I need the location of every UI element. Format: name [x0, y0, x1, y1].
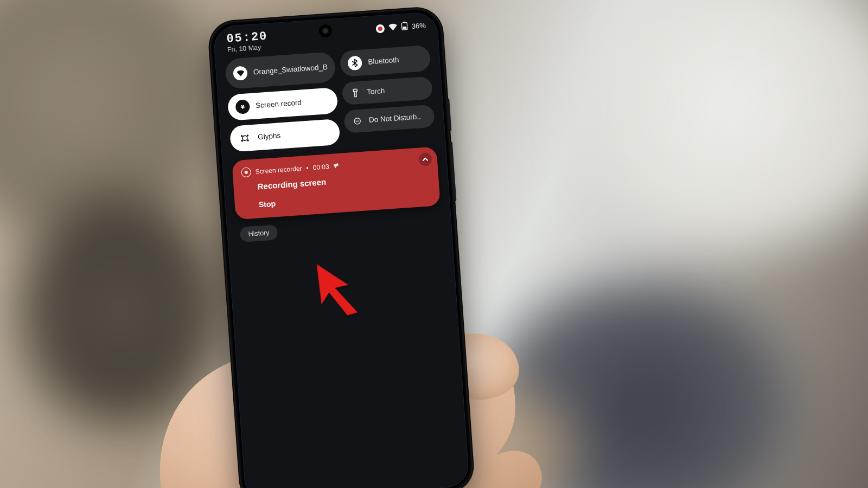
tile-label: Glyphs	[258, 132, 281, 142]
recording-indicator-icon	[375, 24, 385, 33]
tile-label: Torch	[367, 87, 385, 97]
tile-label: Screen record	[256, 99, 302, 110]
dnd-icon	[352, 115, 363, 127]
svg-point-5	[242, 136, 248, 141]
svg-point-4	[242, 106, 244, 107]
glyphs-icon	[237, 131, 252, 146]
phone-frame: 05:20 36% Fri, 10 May	[208, 7, 474, 488]
bluetooth-icon	[348, 55, 363, 70]
stop-button[interactable]: Stop	[258, 199, 276, 209]
battery-icon	[401, 21, 408, 33]
bg-blob	[564, 0, 868, 249]
pinned-icon	[333, 162, 340, 170]
bg-blob	[22, 195, 217, 423]
wifi-tile[interactable]: Orange_Swiatlowod_B	[225, 52, 336, 89]
battery-percentage: 36%	[411, 21, 426, 30]
annotation-cursor-icon	[314, 260, 369, 319]
tile-label: Do Not Disturb..	[368, 112, 421, 124]
dnd-tile[interactable]: Do Not Disturb..	[344, 104, 435, 133]
screen-record-icon	[235, 99, 250, 114]
phone-screen: 05:20 36% Fri, 10 May	[213, 11, 470, 488]
svg-point-8	[241, 140, 242, 142]
bluetooth-tile[interactable]: Bluetooth	[340, 45, 431, 77]
glyphs-tile[interactable]: Glyphs	[229, 119, 341, 152]
history-label: History	[248, 229, 270, 238]
clock: 05:20	[226, 30, 269, 46]
scene-background: 05:20 36% Fri, 10 May	[0, 0, 868, 488]
quick-settings-panel: Orange_Swiatlowod_B Screen record Glyphs	[215, 44, 445, 152]
notification-app-name: Screen recorder	[255, 165, 302, 176]
tile-label: Bluetooth	[368, 56, 399, 66]
screen-recorder-notification[interactable]: Screen recorder • 00:03 Recording screen…	[232, 146, 441, 220]
notification-elapsed: 00:03	[312, 163, 329, 171]
svg-point-6	[241, 136, 242, 137]
wifi-icon	[388, 22, 398, 33]
screen-record-tile[interactable]: Screen record	[227, 87, 339, 121]
volume-button	[447, 98, 451, 131]
svg-rect-2	[403, 26, 406, 29]
history-button[interactable]: History	[240, 224, 278, 242]
power-button	[450, 142, 457, 201]
torch-tile[interactable]: Torch	[342, 76, 433, 105]
svg-point-9	[247, 140, 248, 141]
tile-label: Orange_Swiatlowod_B	[253, 63, 328, 76]
torch-icon	[350, 87, 361, 99]
svg-point-7	[247, 135, 248, 136]
screen-record-icon	[241, 167, 251, 177]
wifi-icon	[233, 66, 248, 81]
